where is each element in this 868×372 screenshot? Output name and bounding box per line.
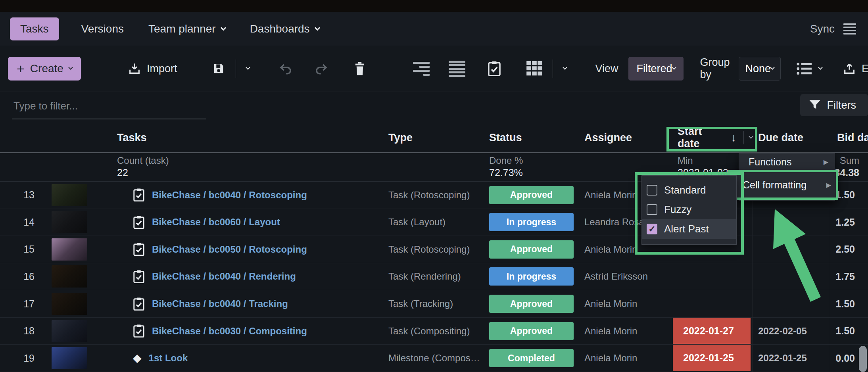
type-cell[interactable]: Milestone (Compos… bbox=[383, 353, 480, 364]
assignee-cell[interactable]: Aniela Morin bbox=[581, 353, 666, 364]
thumbnail-cell[interactable] bbox=[42, 184, 95, 206]
table-row[interactable]: 19 ◆ 1st Look Milestone (Compos… Complet… bbox=[0, 345, 868, 372]
bid-days-cell[interactable]: 1.25 bbox=[829, 217, 868, 228]
status-cell[interactable]: Approved bbox=[480, 186, 581, 204]
type-cell[interactable]: Task (Rendering) bbox=[383, 271, 480, 282]
bid-days-cell[interactable]: 2.50 bbox=[829, 244, 868, 255]
status-cell[interactable]: In progress bbox=[480, 213, 581, 231]
bid-days-cell[interactable]: 1.75 bbox=[829, 271, 868, 282]
task-cell[interactable]: BikeChase / bc0040 / Rotoscoping bbox=[95, 188, 383, 201]
column-header-tasks[interactable]: Tasks bbox=[95, 132, 383, 144]
task-link[interactable]: BikeChase / bc0050 / Rotoscoping bbox=[152, 244, 307, 255]
save-options-chevron-icon[interactable] bbox=[246, 65, 250, 70]
expand-rows-button[interactable] bbox=[449, 61, 465, 77]
type-cell[interactable]: Task (Rotoscoping) bbox=[383, 190, 480, 201]
assignee-cell[interactable]: Aniela Morin bbox=[581, 298, 666, 309]
start-date-cell[interactable] bbox=[666, 263, 753, 290]
column-header-due-date[interactable]: Due date bbox=[753, 132, 829, 144]
column-header-start-date[interactable]: Start date ↓ bbox=[666, 125, 753, 150]
thumbnail-cell[interactable] bbox=[42, 211, 95, 233]
type-cell[interactable]: Task (Tracking) bbox=[383, 298, 480, 309]
thumbnail-cell[interactable] bbox=[42, 265, 95, 288]
view-dropdown[interactable]: Filtered bbox=[628, 57, 683, 81]
grid-options-chevron-icon[interactable] bbox=[563, 65, 567, 70]
status-cell[interactable]: Approved bbox=[480, 322, 581, 340]
table-row[interactable]: 16 BikeChase / bc0040 / Rendering Task (… bbox=[0, 263, 868, 291]
formatting-option-alert-past[interactable]: ✓ Alert Past bbox=[642, 219, 736, 239]
task-cell[interactable]: BikeChase / bc0040 / Tracking bbox=[95, 297, 383, 311]
checkbox-icon[interactable] bbox=[647, 185, 657, 196]
collapse-rows-button[interactable] bbox=[413, 62, 430, 76]
checkbox-icon[interactable]: ✓ bbox=[647, 224, 657, 234]
list-options-button[interactable] bbox=[797, 62, 822, 75]
bid-days-cell[interactable]: 1.50 bbox=[829, 325, 868, 337]
type-cell[interactable]: Task (Compositing) bbox=[383, 326, 480, 337]
assignee-cell[interactable]: Aniela Morin bbox=[581, 244, 666, 255]
due-date-cell[interactable] bbox=[753, 236, 829, 263]
type-cell[interactable]: Task (Rotoscoping) bbox=[383, 244, 480, 255]
vertical-scrollbar-thumb[interactable] bbox=[859, 346, 867, 372]
status-cell[interactable]: Approved bbox=[480, 295, 581, 313]
assignee-cell[interactable]: Aniela Morin bbox=[581, 326, 666, 337]
delete-button[interactable] bbox=[353, 61, 366, 76]
table-row[interactable]: 14 BikeChase / bc0060 / Layout Task (Lay… bbox=[0, 209, 868, 236]
thumbnail-cell[interactable] bbox=[42, 347, 95, 369]
column-header-assignee[interactable]: Assignee bbox=[581, 132, 666, 144]
task-link[interactable]: BikeChase / bc0040 / Rotoscoping bbox=[152, 190, 307, 201]
import-button[interactable]: Import bbox=[128, 62, 177, 75]
table-row[interactable]: 15 BikeChase / bc0050 / Rotoscoping Task… bbox=[0, 236, 868, 263]
filter-input[interactable] bbox=[12, 98, 206, 119]
status-cell[interactable]: Completed bbox=[480, 349, 581, 367]
nav-tab-team-planner[interactable]: Team planner bbox=[148, 23, 225, 35]
context-menu-item-functions[interactable]: Functions ▶ bbox=[739, 153, 835, 170]
menu-icon[interactable] bbox=[843, 23, 856, 35]
nav-tab-tasks[interactable]: Tasks bbox=[10, 17, 59, 40]
start-date-cell[interactable]: 2022-01-25 bbox=[666, 345, 753, 372]
context-menu-item-cell-formatting[interactable]: Cell formatting ▶ bbox=[728, 170, 838, 200]
task-cell[interactable]: BikeChase / bc0030 / Compositing bbox=[95, 324, 383, 337]
bid-days-cell[interactable]: 1.50 bbox=[829, 298, 868, 310]
thumbnail-cell[interactable] bbox=[42, 293, 95, 315]
task-link[interactable]: BikeChase / bc0030 / Compositing bbox=[152, 326, 307, 337]
assignee-cell[interactable]: Astrid Eriksson bbox=[581, 271, 666, 282]
status-cell[interactable]: In progress bbox=[480, 267, 581, 286]
task-link[interactable]: BikeChase / bc0060 / Layout bbox=[152, 217, 280, 228]
start-date-cell[interactable] bbox=[666, 290, 753, 317]
type-cell[interactable]: Task (Layout) bbox=[383, 217, 480, 228]
sync-button[interactable]: Sync bbox=[810, 23, 835, 35]
due-date-cell[interactable] bbox=[753, 263, 829, 290]
save-icon[interactable] bbox=[212, 62, 225, 75]
nav-tab-dashboards[interactable]: Dashboards bbox=[250, 23, 319, 35]
formatting-option-fuzzy[interactable]: Fuzzy bbox=[642, 200, 736, 219]
task-link[interactable]: 1st Look bbox=[149, 353, 188, 364]
redo-button[interactable] bbox=[314, 62, 329, 75]
formatting-option-standard[interactable]: Standard bbox=[642, 180, 736, 200]
task-link[interactable]: BikeChase / bc0040 / Tracking bbox=[152, 298, 288, 309]
column-header-status[interactable]: Status bbox=[480, 132, 581, 144]
task-cell[interactable]: ◆ 1st Look bbox=[95, 353, 383, 364]
export-button[interactable]: Export bbox=[843, 62, 868, 75]
due-date-cell[interactable]: 2022-01-25 bbox=[753, 345, 829, 372]
task-cell[interactable]: BikeChase / bc0040 / Rendering bbox=[95, 270, 383, 283]
task-cell[interactable]: BikeChase / bc0050 / Rotoscoping bbox=[95, 243, 383, 256]
thumbnail-cell[interactable] bbox=[42, 320, 95, 342]
task-cell[interactable]: BikeChase / bc0060 / Layout bbox=[95, 216, 383, 229]
status-cell[interactable]: Approved bbox=[480, 240, 581, 259]
column-header-type[interactable]: Type bbox=[383, 132, 480, 144]
grid-view-icon[interactable] bbox=[526, 61, 542, 76]
start-date-cell[interactable]: 2022-01-27 bbox=[666, 318, 753, 345]
due-date-cell[interactable] bbox=[753, 290, 829, 317]
filters-button[interactable]: Filters bbox=[800, 94, 868, 116]
task-checklist-button[interactable] bbox=[488, 61, 501, 76]
column-header-bid-days[interactable]: Bid days bbox=[829, 132, 868, 144]
due-date-cell[interactable] bbox=[753, 209, 829, 236]
table-row[interactable]: 17 BikeChase / bc0040 / Tracking Task (T… bbox=[0, 290, 868, 318]
thumbnail-cell[interactable] bbox=[42, 238, 95, 261]
due-date-cell[interactable]: 2022-02-05 bbox=[753, 318, 829, 345]
table-row[interactable]: 18 BikeChase / bc0030 / Compositing Task… bbox=[0, 318, 868, 345]
checkbox-icon[interactable] bbox=[647, 204, 657, 215]
group-by-dropdown[interactable]: None bbox=[739, 57, 781, 81]
task-link[interactable]: BikeChase / bc0040 / Rendering bbox=[152, 271, 296, 282]
undo-button[interactable] bbox=[278, 62, 293, 75]
nav-tab-versions[interactable]: Versions bbox=[81, 23, 124, 35]
